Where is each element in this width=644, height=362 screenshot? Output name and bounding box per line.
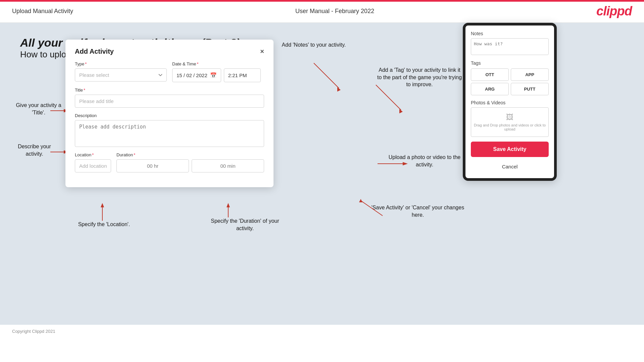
calendar-icon: 📅 — [210, 72, 217, 79]
duration-inputs — [116, 159, 264, 172]
svg-marker-15 — [399, 109, 403, 113]
location-duration-row: Location* Duration* — [75, 152, 264, 172]
tag-putt[interactable]: PUTT — [511, 83, 549, 95]
dialog-wrapper: Add Activity × Type* Please select Date … — [65, 40, 274, 187]
top-accent-bar — [0, 0, 644, 2]
notes-textarea[interactable] — [471, 38, 549, 55]
title-label-el: Title* — [75, 88, 264, 93]
svg-marker-13 — [337, 87, 341, 92]
phone-inner: Notes Tags OTT APP ARG PUTT Photos & Vid… — [465, 25, 554, 178]
annotation-save-cancel: 'Save Activity' or 'Cancel' your changes… — [369, 204, 466, 218]
title-input[interactable] — [75, 95, 264, 108]
location-group: Location* — [75, 152, 111, 172]
annotation-describe: Describe your activity. — [10, 143, 59, 157]
annotation-duration: Specify the 'Duration' of your activity. — [201, 217, 289, 232]
save-activity-button[interactable]: Save Activity — [471, 142, 549, 157]
duration-group: Duration* — [116, 152, 264, 172]
page-title: Upload Manual Activity — [12, 8, 73, 15]
svg-marker-19 — [359, 199, 362, 202]
location-label-el: Location* — [75, 152, 111, 157]
footer: Copyright Clippd 2021 — [0, 325, 644, 338]
main-content: All your golf-relevant activities… (Part… — [0, 23, 644, 325]
duration-label-el: Duration* — [116, 152, 264, 157]
manual-subtitle: User Manual - February 2022 — [295, 8, 374, 15]
phone-wrapper: Notes Tags OTT APP ARG PUTT Photos & Vid… — [463, 23, 557, 181]
tags-section-label: Tags — [471, 60, 549, 66]
description-label: Description — [75, 113, 264, 118]
tags-grid: OTT APP ARG PUTT — [471, 68, 549, 95]
time-input[interactable] — [224, 68, 261, 82]
title-row: Title* — [75, 88, 264, 108]
dialog-title: Add Activity — [75, 48, 114, 55]
duration-mins-input[interactable] — [192, 159, 264, 172]
duration-hours-input[interactable] — [116, 159, 189, 172]
add-activity-dialog: Add Activity × Type* Please select Date … — [65, 40, 274, 187]
photos-drop-zone[interactable]: 🖼 Drag and Drop photos and videos or cli… — [471, 107, 549, 137]
annotation-tag: Add a 'Tag' to your activity to link it … — [376, 66, 463, 88]
dialog-header: Add Activity × — [75, 48, 264, 55]
description-group: Description — [75, 113, 264, 147]
copyright: Copyright Clippd 2021 — [12, 329, 55, 334]
photo-icon: 🖼 — [474, 113, 546, 122]
cancel-button[interactable]: Cancel — [471, 160, 549, 173]
close-button[interactable]: × — [260, 48, 264, 55]
tag-arg[interactable]: ARG — [471, 83, 509, 95]
logo: clippd — [596, 4, 632, 18]
svg-line-14 — [376, 85, 401, 110]
date-field[interactable]: 15 / 02 / 2022 📅 — [172, 68, 221, 82]
description-textarea[interactable] — [75, 120, 264, 147]
notes-section-label: Notes — [471, 31, 549, 36]
svg-line-12 — [314, 63, 339, 88]
title-group: Title* — [75, 88, 264, 108]
tag-app[interactable]: APP — [511, 68, 549, 81]
top-bar: Upload Manual Activity User Manual - Feb… — [0, 0, 644, 23]
type-label: Type* — [75, 61, 167, 66]
type-select[interactable]: Please select — [75, 68, 167, 82]
type-datetime-row: Type* Please select Date & Time* 15 / 02… — [75, 61, 264, 82]
photos-section-label: Photos & Videos — [471, 100, 549, 105]
date-value: 15 / 02 / 2022 — [177, 72, 207, 78]
datetime-label: Date & Time* — [172, 61, 264, 66]
svg-marker-11 — [227, 203, 230, 207]
tag-ott[interactable]: OTT — [471, 68, 509, 81]
type-group: Type* Please select — [75, 61, 167, 82]
location-input[interactable] — [75, 159, 111, 172]
photos-drop-text: Drag and Drop photos and videos or click… — [474, 123, 546, 131]
date-time-inputs: 15 / 02 / 2022 📅 — [172, 68, 264, 82]
annotation-photo: Upload a photo or video to the activity. — [379, 154, 470, 168]
annotation-location: Specify the 'Location'. — [70, 221, 138, 228]
datetime-group: Date & Time* 15 / 02 / 2022 📅 — [172, 61, 264, 82]
description-row: Description — [75, 113, 264, 147]
annotation-notes: Add 'Notes' to your activity. — [275, 41, 352, 49]
svg-marker-9 — [101, 203, 104, 207]
annotation-title: Give your activity a 'Title'. — [13, 102, 64, 116]
phone-screen: Notes Tags OTT APP ARG PUTT Photos & Vid… — [463, 23, 557, 181]
